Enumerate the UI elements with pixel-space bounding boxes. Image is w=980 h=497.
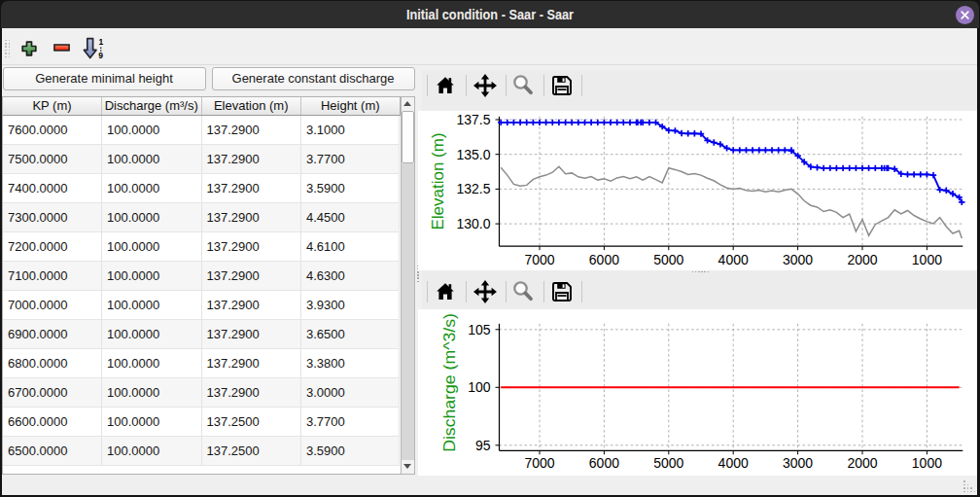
svg-text:5000: 5000 (653, 455, 683, 471)
svg-text:Discharge (m^3/s): Discharge (m^3/s) (439, 313, 459, 452)
svg-text:Elevation (m): Elevation (m) (429, 132, 447, 230)
svg-text:1000: 1000 (912, 252, 942, 267)
svg-text:4000: 4000 (718, 455, 749, 471)
svg-text:7000: 7000 (524, 252, 554, 267)
svg-text:4000: 4000 (718, 252, 749, 267)
svg-text:3000: 3000 (783, 252, 813, 267)
svg-text:1000: 1000 (912, 455, 942, 471)
svg-text:135.0: 135.0 (456, 147, 490, 162)
svg-text:2000: 2000 (847, 252, 877, 267)
svg-text:6000: 6000 (589, 252, 619, 267)
svg-text:7000: 7000 (524, 455, 554, 471)
svg-text:1: 1 (99, 37, 104, 47)
svg-text:6000: 6000 (589, 455, 619, 471)
svg-text:100: 100 (468, 379, 491, 395)
svg-text:130.0: 130.0 (456, 216, 490, 231)
svg-text:9: 9 (98, 51, 103, 60)
svg-text:132.5: 132.5 (456, 181, 490, 196)
svg-text:5000: 5000 (653, 252, 683, 267)
svg-text:3000: 3000 (783, 455, 813, 471)
svg-text:105: 105 (468, 322, 491, 337)
svg-text:2000: 2000 (847, 455, 877, 471)
svg-text:95: 95 (475, 438, 491, 453)
svg-text:137.5: 137.5 (456, 112, 490, 127)
